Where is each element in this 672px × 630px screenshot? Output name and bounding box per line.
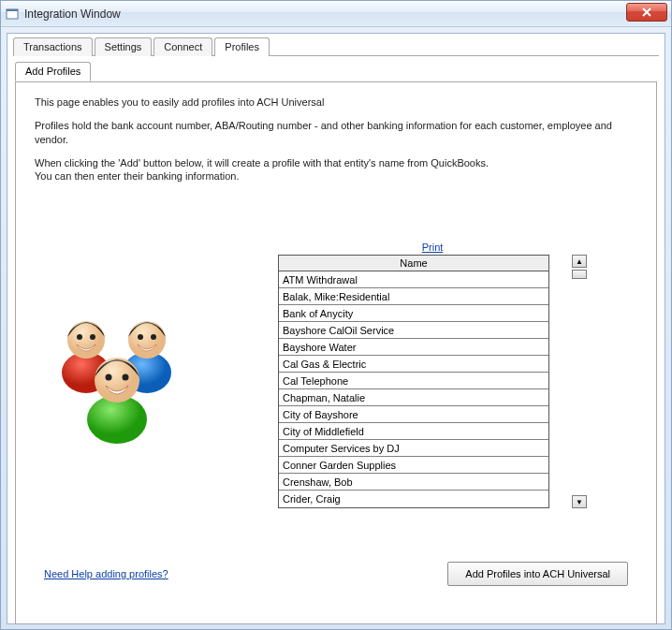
scroll-up-stack: ▲ xyxy=(572,255,587,279)
grid-header-name: Name xyxy=(279,256,548,271)
grid-wrap: Name ATM WithdrawalBalak, Mike:Residenti… xyxy=(278,255,587,508)
tab-settings[interactable]: Settings xyxy=(95,37,153,56)
table-row[interactable]: City of Bayshore xyxy=(279,406,548,423)
table-row[interactable]: City of Middlefield xyxy=(279,423,548,440)
tab-profiles[interactable]: Profiles xyxy=(214,37,270,56)
intro-line-2: Profiles hold the bank account number, A… xyxy=(35,119,637,147)
svg-point-10 xyxy=(138,334,143,340)
profiles-panel: This page enables you to easily add prof… xyxy=(15,81,657,624)
bottom-row: Need Help adding profiles? Add Profiles … xyxy=(44,562,628,586)
scroll-thumb[interactable] xyxy=(572,270,587,279)
scroll-up-button[interactable]: ▲ xyxy=(572,255,587,268)
table-row[interactable]: Cal Gas & Electric xyxy=(279,356,548,373)
svg-rect-1 xyxy=(7,9,18,11)
close-button[interactable] xyxy=(626,3,667,22)
content-frame: Transactions Settings Connect Profiles A… xyxy=(7,33,665,624)
app-icon xyxy=(5,7,20,22)
svg-point-5 xyxy=(67,321,105,359)
intro-text: This page enables you to easily add prof… xyxy=(35,95,637,183)
table-row[interactable]: Crider, Craig xyxy=(279,491,548,507)
scroll-down-button[interactable]: ▼ xyxy=(572,495,587,508)
svg-point-7 xyxy=(90,334,95,340)
table-row[interactable]: Computer Services by DJ xyxy=(279,440,548,457)
profiles-list-area: Print Name ATM WithdrawalBalak, Mike:Res… xyxy=(278,242,587,508)
profiles-grid[interactable]: Name ATM WithdrawalBalak, Mike:Residenti… xyxy=(278,255,549,508)
table-row[interactable]: Bayshore Water xyxy=(279,339,548,356)
people-icon xyxy=(44,298,194,447)
svg-point-9 xyxy=(128,321,166,359)
svg-point-14 xyxy=(106,374,112,381)
main-tabs: Transactions Settings Connect Profiles xyxy=(7,34,665,56)
intro-line-3: When clicking the 'Add' button below, it… xyxy=(35,156,637,184)
table-row[interactable]: Crenshaw, Bob xyxy=(279,474,548,491)
svg-point-6 xyxy=(77,334,82,340)
table-row[interactable]: Conner Garden Supplies xyxy=(279,457,548,474)
intro-line-1: This page enables you to easily add prof… xyxy=(35,95,637,110)
svg-point-13 xyxy=(95,358,139,403)
window-title: Integration Window xyxy=(24,7,121,21)
table-row[interactable]: Bank of Anycity xyxy=(279,305,548,322)
svg-point-11 xyxy=(151,334,156,340)
table-row[interactable]: Bayshore CalOil Service xyxy=(279,322,548,339)
table-row[interactable]: Balak, Mike:Residential xyxy=(279,288,548,305)
sub-tabs: Add Profiles xyxy=(7,56,665,81)
print-link[interactable]: Print xyxy=(278,242,587,253)
subtab-add-profiles[interactable]: Add Profiles xyxy=(15,62,91,81)
table-row[interactable]: ATM Withdrawal xyxy=(279,271,548,288)
tab-transactions[interactable]: Transactions xyxy=(13,37,93,56)
table-row[interactable]: Chapman, Natalie xyxy=(279,389,548,406)
tab-connect[interactable]: Connect xyxy=(153,37,212,56)
table-row[interactable]: Cal Telephone xyxy=(279,373,548,389)
add-profiles-button[interactable]: Add Profiles into ACH Universal xyxy=(447,562,628,586)
svg-point-15 xyxy=(123,374,129,381)
titlebar: Integration Window xyxy=(1,1,671,27)
help-link[interactable]: Need Help adding profiles? xyxy=(44,568,168,579)
integration-window: Integration Window Transactions Settings… xyxy=(0,0,672,630)
